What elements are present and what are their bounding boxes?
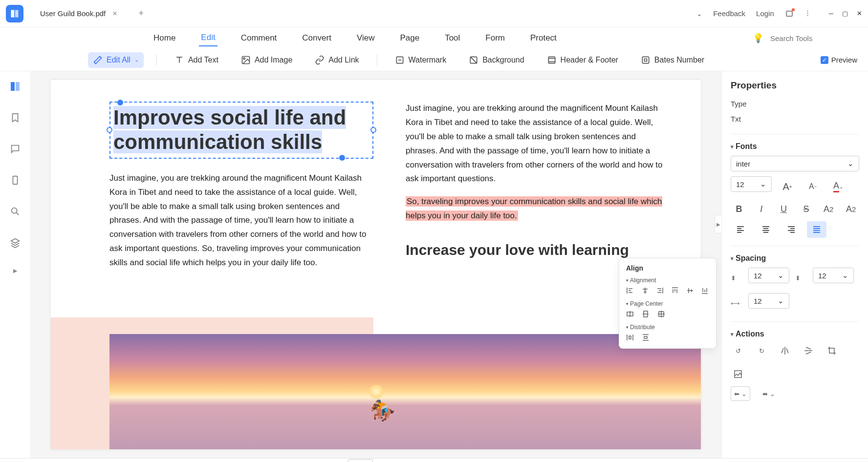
attachment-icon[interactable] [6, 171, 24, 189]
comment-icon[interactable] [6, 140, 24, 158]
menu-view[interactable]: View [355, 30, 377, 46]
menu-form[interactable]: Form [483, 30, 507, 46]
font-color-icon[interactable]: A ⌄ [828, 178, 848, 195]
strikethrough-icon[interactable]: S [798, 201, 814, 217]
crop-icon[interactable] [825, 343, 839, 358]
type-label: Type [731, 100, 859, 108]
properties-title: Properties [731, 80, 859, 91]
align-right-icon[interactable] [656, 287, 664, 295]
menu-tool[interactable]: Tool [443, 30, 462, 46]
header-footer-button[interactable]: Header & Footer [542, 52, 623, 68]
font-size-dropdown[interactable]: 12⌄ [731, 176, 772, 192]
feedback-link[interactable]: Feedback [713, 9, 745, 18]
type-value: Txt [731, 115, 859, 123]
subscript-icon[interactable]: A2 [843, 201, 859, 217]
document-tab[interactable]: User Guild Book.pdf × [31, 4, 126, 23]
background-button[interactable]: Background [464, 52, 529, 68]
char-spacing-dropdown[interactable]: 12⌄ [748, 293, 789, 309]
align-title: Align [626, 264, 709, 272]
justify-text-icon[interactable] [807, 221, 826, 238]
bates-number-button[interactable]: Bates Number [636, 52, 709, 68]
flip-v-icon[interactable] [801, 343, 816, 358]
close-tab-icon[interactable]: × [112, 9, 117, 18]
center-both-icon[interactable] [657, 310, 666, 319]
actions-section[interactable]: Actions [731, 330, 859, 338]
add-link-button[interactable]: Add Link [310, 52, 364, 68]
more-icon[interactable]: ⋮ [804, 9, 813, 18]
menu-protect[interactable]: Protect [528, 30, 559, 46]
line-spacing-after-icon: ⬍ [795, 274, 807, 282]
align-bottom-icon[interactable] [701, 287, 709, 295]
chevron-down-icon[interactable]: ⌄ [696, 10, 702, 18]
underline-icon[interactable]: U [776, 201, 792, 217]
center-v-icon[interactable] [642, 310, 651, 319]
line-spacing-before-dropdown[interactable]: 12⌄ [748, 268, 789, 283]
edit-all-button[interactable]: Edit All ⌄ [88, 52, 144, 68]
line-spacing-after-dropdown[interactable]: 12⌄ [813, 268, 854, 283]
tab-title: User Guild Book.pdf [40, 9, 106, 18]
center-h-icon[interactable] [626, 310, 635, 319]
expand-rail-icon[interactable]: ▶ [13, 268, 17, 274]
svg-rect-9 [11, 82, 15, 91]
minimize-button[interactable]: ─ [829, 10, 833, 17]
menu-home[interactable]: Home [152, 30, 177, 46]
align-center-text-icon[interactable] [756, 221, 776, 238]
close-window-button[interactable]: ✕ [857, 10, 862, 17]
heading-text[interactable]: Improves social life and communication s… [110, 103, 372, 158]
menu-edit[interactable]: Edit [199, 30, 217, 46]
superscript-icon[interactable]: A2 [820, 201, 837, 217]
replace-image-icon[interactable] [731, 367, 745, 381]
arrange-2-icon[interactable]: ⬌ ⌄ [759, 386, 779, 401]
spacing-section[interactable]: Spacing [731, 254, 859, 263]
subheading[interactable]: Increase your love with learning [406, 242, 670, 258]
align-right-text-icon[interactable] [781, 221, 801, 238]
char-spacing-icon: ⟷ [731, 300, 742, 307]
menu-convert[interactable]: Convert [300, 30, 333, 46]
preview-checkbox[interactable]: ✓ Preview [821, 56, 857, 64]
add-image-button[interactable]: Add Image [236, 52, 297, 68]
align-left-icon[interactable] [626, 287, 634, 295]
rotate-left-icon[interactable]: ↺ [731, 343, 745, 358]
decrease-font-icon[interactable]: A− [803, 178, 823, 195]
flip-h-icon[interactable] [778, 343, 792, 358]
align-center-h-icon[interactable] [641, 287, 650, 295]
highlighted-text[interactable]: So, traveling improves your communicatio… [406, 195, 670, 223]
add-text-button[interactable]: Add Text [170, 52, 223, 68]
svg-rect-8 [642, 57, 649, 63]
distribute-v-icon[interactable] [642, 334, 651, 342]
selected-text-box[interactable]: Improves social life and communication s… [109, 102, 373, 159]
align-center-v-icon[interactable] [686, 287, 694, 295]
login-link[interactable]: Login [756, 9, 774, 18]
svg-rect-2 [786, 11, 792, 16]
maximize-button[interactable]: ▢ [842, 10, 848, 17]
page-number-input[interactable]: 112 ⌄ [348, 459, 373, 462]
collapse-panel-icon[interactable]: ▶ [715, 215, 721, 233]
search-icon[interactable] [6, 202, 24, 221]
thumbnails-icon[interactable] [6, 77, 24, 96]
watermark-button[interactable]: Watermark [390, 52, 452, 68]
body-paragraph-1[interactable]: Just imagine, you are trekking around th… [109, 171, 373, 270]
hero-image[interactable]: 🏇 [51, 317, 701, 449]
rotate-right-icon[interactable]: ↻ [754, 343, 769, 358]
body-paragraph-2[interactable]: Just imagine, you are trekking around th… [406, 102, 670, 186]
svg-rect-10 [16, 82, 20, 91]
svg-rect-0 [11, 10, 15, 17]
lightbulb-icon[interactable]: 💡 [753, 33, 763, 43]
menu-comment[interactable]: Comment [239, 30, 279, 46]
align-popup: Align Alignment Page Center Distribute [619, 258, 716, 349]
menu-page[interactable]: Page [398, 30, 421, 46]
font-family-dropdown[interactable]: inter⌄ [731, 156, 859, 171]
arrange-1-icon[interactable]: ⬅ ⌄ [731, 386, 750, 401]
align-top-icon[interactable] [671, 287, 679, 295]
increase-font-icon[interactable]: A+ [778, 178, 797, 195]
new-tab-button[interactable]: + [139, 8, 144, 19]
italic-icon[interactable]: I [753, 201, 770, 217]
bold-icon[interactable]: B [731, 201, 747, 217]
distribute-h-icon[interactable] [626, 334, 635, 342]
fonts-section[interactable]: Fonts [731, 142, 859, 151]
layers-icon[interactable] [6, 233, 24, 252]
align-left-text-icon[interactable] [731, 221, 750, 238]
bookmark-icon[interactable] [6, 108, 24, 127]
notification-icon[interactable] [785, 9, 794, 18]
search-tools-input[interactable] [770, 34, 858, 42]
